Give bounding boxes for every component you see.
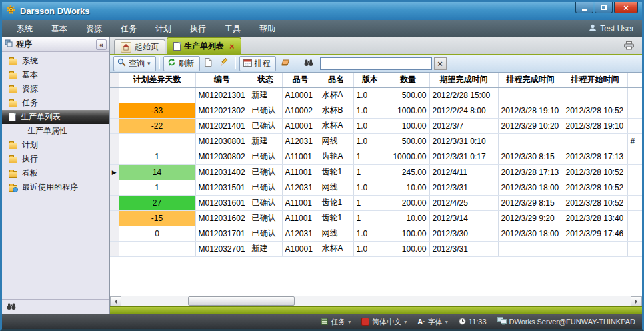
sidebar: 程序 « 系统基本资源任务生产单列表生产单属性计划执行看板最近使用的程序 × bbox=[2, 37, 110, 314]
column-header-extra[interactable] bbox=[627, 73, 642, 87]
collapse-sidebar-button[interactable]: « bbox=[96, 39, 107, 50]
cell-extra: # bbox=[627, 133, 642, 149]
window-title: Darsson DWorks bbox=[20, 6, 90, 16]
status-language[interactable]: 简体中文 ▾ bbox=[361, 317, 407, 327]
sidebar-item[interactable]: 生产单属性 bbox=[2, 124, 109, 138]
query-button[interactable]: 查询 ▾ bbox=[113, 56, 156, 71]
refresh-button[interactable]: 刷新 bbox=[163, 56, 200, 71]
cell-diff: -22 bbox=[119, 118, 195, 133]
column-header-status[interactable]: 状态 bbox=[249, 73, 282, 87]
sidebar-item[interactable]: 计划 bbox=[2, 138, 109, 152]
column-header-due[interactable]: 期望完成时间 bbox=[429, 73, 498, 87]
row-indicator bbox=[110, 210, 119, 226]
table-row[interactable]: 0M012031701已确认A12031网线1.0100.002012/3/30… bbox=[110, 226, 642, 241]
scrollbar-thumb[interactable] bbox=[188, 296, 295, 306]
sidebar-items: 系统基本资源任务生产单列表生产单属性计划执行看板最近使用的程序 bbox=[2, 52, 109, 299]
cell-code: M012031601 bbox=[195, 195, 249, 210]
close-tab-icon[interactable]: × bbox=[229, 42, 235, 51]
menu-item[interactable]: 帮助 bbox=[250, 21, 285, 37]
cell-sched_end bbox=[498, 87, 563, 103]
column-header-qty[interactable]: 数量 bbox=[387, 73, 429, 87]
clear-schedule-button[interactable] bbox=[277, 57, 293, 70]
status-task[interactable]: 任务 ▾ bbox=[321, 317, 351, 327]
cell-diff bbox=[119, 87, 195, 103]
cell-part_no: A11001 bbox=[282, 195, 319, 210]
server-icon bbox=[497, 317, 507, 326]
content-area: 程序 « 系统基本资源任务生产单列表生产单属性计划执行看板最近使用的程序 × bbox=[2, 37, 642, 314]
column-header-code[interactable]: 编号 bbox=[195, 73, 249, 87]
menu-item[interactable]: 执行 bbox=[181, 21, 215, 37]
schedule-button[interactable]: 排程 bbox=[239, 56, 276, 71]
table-row[interactable]: 1M012031501已确认A12031网线1.010.002012/3/312… bbox=[110, 180, 642, 195]
sidebar-item[interactable]: 执行 bbox=[2, 152, 109, 166]
menu-item[interactable]: 资源 bbox=[77, 21, 111, 37]
user-indicator[interactable]: Test User bbox=[589, 24, 637, 34]
binoculars-icon bbox=[7, 301, 16, 313]
table-row[interactable]: -33M012021302已确认A10002水杯B1.01000.002012/… bbox=[110, 103, 642, 118]
cell-qty: 500.00 bbox=[387, 87, 429, 103]
new-button[interactable] bbox=[201, 56, 215, 71]
column-header-sched_start[interactable]: 排程开始时间 bbox=[563, 73, 627, 87]
cell-sched_end: 2012/3/30 8:15 bbox=[498, 149, 563, 164]
column-header-sched_end[interactable]: 排程完成时间 bbox=[498, 73, 563, 87]
row-indicator bbox=[110, 226, 119, 241]
sidebar-item[interactable]: 看板 bbox=[2, 166, 109, 180]
sidebar-item[interactable]: 任务 bbox=[2, 96, 109, 110]
cell-part_name: 网线 bbox=[319, 133, 353, 149]
folder-icon bbox=[9, 171, 17, 178]
sidebar-filter-input[interactable] bbox=[20, 301, 123, 313]
sidebar-item[interactable]: 生产单列表 bbox=[2, 110, 109, 124]
menubar-items: 系统基本资源任务计划执行工具帮助 bbox=[7, 21, 285, 37]
sidebar-item[interactable]: 基本 bbox=[2, 68, 109, 82]
folder-icon bbox=[9, 73, 17, 79]
table-row[interactable]: 27M012031601已确认A11001齿轮11200.002012/4/25… bbox=[110, 195, 642, 210]
table-row[interactable]: M012032701新建A10001水杯A1.0100.002012/3/31 bbox=[110, 241, 642, 256]
table-row[interactable]: M012021301新建A10001水杯A1.0500.002012/2/28 … bbox=[110, 87, 642, 103]
menu-item[interactable]: 基本 bbox=[42, 21, 77, 37]
column-header-diff[interactable]: 计划差异天数 bbox=[119, 73, 195, 87]
cell-qty: 245.00 bbox=[387, 164, 429, 180]
toolbar-search-input[interactable] bbox=[320, 57, 432, 70]
clear-search-button[interactable]: × bbox=[434, 57, 447, 70]
cell-code: M012031402 bbox=[195, 164, 249, 180]
scroll-right-button[interactable] bbox=[631, 296, 642, 306]
find-button[interactable] bbox=[301, 57, 317, 71]
folder-icon bbox=[9, 143, 17, 149]
tab-orders[interactable]: 生产单列表 × bbox=[167, 37, 241, 54]
menu-item[interactable]: 计划 bbox=[146, 21, 181, 37]
menu-item[interactable]: 工具 bbox=[215, 21, 250, 37]
table-row[interactable]: ▶14M012031402已确认A11001齿轮11245.002012/4/1… bbox=[110, 164, 642, 180]
edit-button[interactable] bbox=[217, 56, 232, 71]
app-window: Darsson DWorks × 系统基本资源任务计划执行工具帮助 Test U… bbox=[0, 0, 644, 331]
cell-sched_end bbox=[498, 133, 563, 149]
sidebar-item-label: 执行 bbox=[22, 153, 38, 165]
tab-home[interactable]: 起始页 bbox=[114, 39, 165, 54]
status-font[interactable]: A 字体 ▾ bbox=[417, 317, 448, 327]
menu-item[interactable]: 系统 bbox=[7, 21, 42, 37]
cell-part_no: A10002 bbox=[282, 103, 319, 118]
maximize-button[interactable] bbox=[595, 2, 613, 13]
menu-item[interactable]: 任务 bbox=[111, 21, 146, 37]
table-row[interactable]: 1M012030802已确认A11001齿轮A110000.002012/3/3… bbox=[110, 149, 642, 164]
column-header-part_name[interactable]: 品名 bbox=[319, 73, 353, 87]
sidebar-item[interactable]: 系统 bbox=[2, 54, 109, 68]
status-server[interactable]: DWorks Server@FUNWAY-THINKPAD bbox=[497, 317, 635, 326]
column-header-version[interactable]: 版本 bbox=[353, 73, 387, 87]
horizontal-scrollbar[interactable] bbox=[110, 296, 642, 306]
minimize-button[interactable] bbox=[575, 2, 593, 13]
page-icon bbox=[173, 42, 181, 51]
scrollbar-track[interactable] bbox=[121, 296, 631, 306]
table-row[interactable]: M012030801新建A12031网线1.0500.002012/3/31 0… bbox=[110, 133, 642, 149]
column-header-part_no[interactable]: 品号 bbox=[282, 73, 319, 87]
close-button[interactable]: × bbox=[614, 2, 638, 13]
sidebar-item[interactable]: 资源 bbox=[2, 82, 109, 96]
table-row[interactable]: -15M012031602已确认A11001齿轮1110.002012/3/14… bbox=[110, 210, 642, 226]
cell-sched_start: 2012/3/28 10:52 bbox=[563, 164, 627, 180]
printer-icon[interactable] bbox=[624, 41, 634, 50]
title-bar[interactable]: Darsson DWorks × bbox=[2, 2, 642, 20]
cell-status: 已确认 bbox=[249, 103, 282, 118]
clock-icon bbox=[459, 318, 466, 326]
sidebar-item[interactable]: 最近使用的程序 bbox=[2, 180, 109, 194]
scroll-left-button[interactable] bbox=[110, 296, 121, 306]
table-row[interactable]: -22M012021401已确认A10001水杯A1.0100.002012/3… bbox=[110, 118, 642, 133]
